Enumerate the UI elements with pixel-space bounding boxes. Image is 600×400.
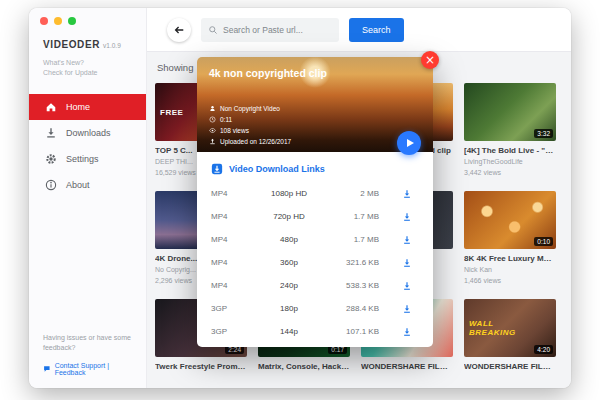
download-quality: 480p — [253, 235, 325, 244]
download-option-row: 3GP144p107.1 KB — [211, 320, 419, 343]
modal-meta: Non Copyright Video0:11108 viewsUploaded… — [209, 103, 291, 147]
back-button[interactable] — [167, 18, 191, 42]
info-icon — [45, 179, 57, 191]
feedback-text: Having issues or have some feedback? — [43, 333, 138, 353]
download-size: 1.7 MB — [325, 212, 395, 221]
download-size: 538.3 KB — [325, 281, 395, 290]
video-title: WONDERSHARE FILMO... — [464, 362, 556, 372]
duration-badge: 3:32 — [534, 129, 553, 138]
app-window: VIDEODERv1.0.9 What's New? Check for Upd… — [29, 8, 571, 388]
sidebar-item-label: Downloads — [66, 128, 111, 138]
topbar: Search — [147, 8, 571, 52]
modal-meta-text: Non Copyright Video — [220, 103, 280, 114]
sidebar-item-about[interactable]: About — [29, 172, 146, 198]
download-format: MP4 — [211, 212, 253, 221]
download-format: MP4 — [211, 189, 253, 198]
download-button[interactable] — [395, 327, 419, 337]
download-option-row: 3GP180p288.4 KB — [211, 297, 419, 320]
video-card[interactable]: 3:32[4K] The Bold Live - "Go...LivingThe… — [464, 83, 556, 177]
video-card[interactable]: 0:108K 4K Free Luxury Motio...Nick Kan1,… — [464, 191, 556, 285]
modal-meta-line: Uploaded on 12/26/2017 — [209, 136, 291, 147]
download-quality: 360p — [253, 258, 325, 267]
download-quality: 720p HD — [253, 212, 325, 221]
download-format: MP4 — [211, 235, 253, 244]
duration-badge: 0:10 — [534, 237, 553, 246]
modal-meta-text: 108 views — [220, 125, 249, 136]
close-icon[interactable]: × — [421, 51, 439, 69]
video-views: 3,442 views — [464, 169, 556, 178]
contact-support-link[interactable]: Contact Support | Feedback — [43, 362, 138, 376]
download-links-header: Video Download Links — [211, 163, 419, 175]
video-title: [4K] The Bold Live - "Go... — [464, 146, 556, 156]
sidebar-item-downloads[interactable]: Downloads — [29, 120, 146, 146]
thumbnail-overlay-text: FREE — [160, 108, 183, 117]
download-button[interactable] — [395, 235, 419, 245]
modal-meta-text: 0:11 — [220, 114, 232, 125]
download-quality: 180p — [253, 304, 325, 313]
minimize-window-button[interactable] — [54, 17, 62, 25]
video-title: WONDERSHARE FILMO... — [361, 362, 453, 372]
zoom-window-button[interactable] — [68, 17, 76, 25]
video-thumbnail[interactable]: WALL BREAKING4:20 — [464, 299, 556, 357]
download-links-title: Video Download Links — [229, 164, 325, 174]
download-options-list: MP41080p HD2 MBMP4720p HD1.7 MBMP4480p1.… — [211, 182, 419, 343]
thumbnail-overlay-text: WALL BREAKING — [469, 319, 519, 337]
upload-icon — [209, 138, 216, 145]
check-update-link[interactable]: Check for Update — [43, 68, 136, 78]
window-controls — [40, 17, 76, 25]
video-channel: LivingTheGoodLife — [464, 158, 556, 167]
download-size: 107.1 KB — [325, 327, 395, 336]
sidebar-item-home[interactable]: Home — [29, 94, 146, 120]
video-title: Twerk Freestyle Promo V... — [155, 362, 247, 372]
search-box — [201, 18, 339, 42]
video-thumbnail[interactable]: 3:32 — [464, 83, 556, 141]
video-views: 1,466 views — [464, 277, 556, 286]
modal-header: 4k non copyrighted clip Non Copyright Vi… — [197, 57, 433, 152]
eye-icon — [209, 127, 216, 134]
modal-meta-line: Non Copyright Video — [209, 103, 291, 114]
download-size: 288.4 KB — [325, 304, 395, 313]
download-quality: 1080p HD — [253, 189, 325, 198]
download-option-row: MP4240p538.3 KB — [211, 274, 419, 297]
person-icon — [209, 105, 216, 112]
video-card[interactable]: WALL BREAKING4:20WONDERSHARE FILMO... — [464, 299, 556, 372]
back-arrow-icon — [173, 24, 185, 36]
modal-meta-text: Uploaded on 12/26/2017 — [220, 136, 291, 147]
brand: VIDEODERv1.0.9 — [29, 8, 146, 52]
download-option-row: MP4360p321.6 KB — [211, 251, 419, 274]
sidebar-nav: HomeDownloadsSettingsAbout — [29, 94, 146, 198]
sidebar-item-label: Settings — [66, 154, 99, 164]
download-button[interactable] — [395, 281, 419, 291]
video-download-modal: × 4k non copyrighted clip Non Copyright … — [197, 57, 433, 347]
download-size: 1.7 MB — [325, 235, 395, 244]
modal-meta-line: 108 views — [209, 125, 291, 136]
download-button[interactable] — [395, 189, 419, 199]
home-icon — [45, 101, 57, 113]
search-button[interactable]: Search — [349, 18, 404, 42]
download-format: 3GP — [211, 304, 253, 313]
sidebar-item-settings[interactable]: Settings — [29, 146, 146, 172]
download-button[interactable] — [395, 304, 419, 314]
video-title: 8K 4K Free Luxury Motio... — [464, 254, 556, 264]
download-size: 2 MB — [325, 189, 395, 198]
download-size: 321.6 KB — [325, 258, 395, 267]
download-option-row: MP4480p1.7 MB — [211, 228, 419, 251]
download-button[interactable] — [395, 212, 419, 222]
download-option-row: MP41080p HD2 MB — [211, 182, 419, 205]
gear-icon — [45, 153, 57, 165]
app-version: v1.0.9 — [103, 42, 121, 49]
duration-badge: 4:20 — [534, 345, 553, 354]
search-input[interactable] — [223, 25, 332, 35]
contact-support-label: Contact Support | Feedback — [55, 362, 138, 376]
modal-body: Video Download Links MP41080p HD2 MBMP47… — [197, 152, 433, 349]
videoder-download-icon — [211, 163, 223, 175]
modal-video-title: 4k non copyrighted clip — [209, 67, 421, 79]
search-icon — [208, 25, 218, 35]
video-thumbnail[interactable]: 0:10 — [464, 191, 556, 249]
whats-new-link[interactable]: What's New? — [43, 58, 136, 68]
download-button[interactable] — [395, 258, 419, 268]
close-window-button[interactable] — [40, 17, 48, 25]
clock-icon — [209, 116, 216, 123]
download-option-row: MP4720p HD1.7 MB — [211, 205, 419, 228]
play-button[interactable] — [397, 131, 421, 155]
